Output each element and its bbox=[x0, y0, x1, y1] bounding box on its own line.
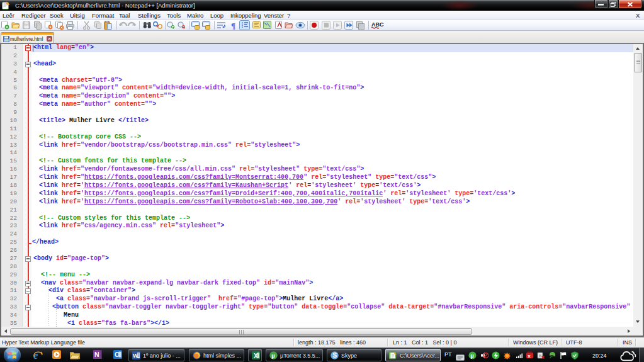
svg-text:x: x bbox=[528, 353, 531, 359]
svg-text:µ: µ bbox=[271, 352, 274, 359]
svg-text:S: S bbox=[332, 352, 337, 359]
svg-text:N: N bbox=[94, 351, 99, 358]
svg-text:µ: µ bbox=[470, 353, 473, 359]
